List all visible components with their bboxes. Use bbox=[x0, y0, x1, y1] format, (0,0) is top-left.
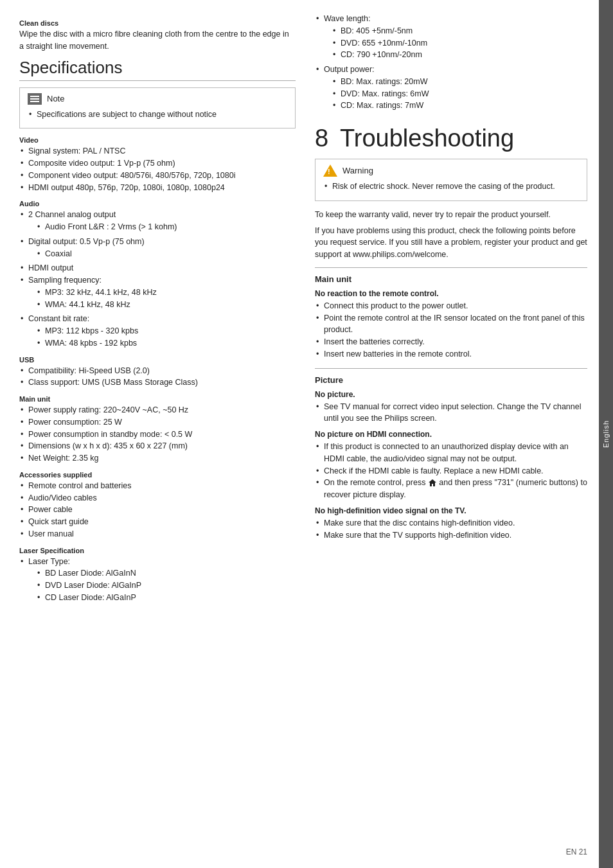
no-hd-list: Make sure that the disc contains high-de… bbox=[315, 517, 587, 542]
wave-length-sub: BD: 405 +5nm/-5nm bbox=[324, 25, 587, 37]
picture-ts-heading: Picture bbox=[315, 375, 587, 385]
wave-length-item: Wave length: BD: 405 +5nm/-5nm DVD: 655 … bbox=[315, 13, 587, 61]
no-hd-heading: No high-definition video signal on the T… bbox=[315, 506, 587, 515]
wave-length-list: Wave length: BD: 405 +5nm/-5nm DVD: 655 … bbox=[315, 13, 587, 112]
warning-header: Warning bbox=[323, 164, 579, 177]
video-heading: Video bbox=[19, 136, 296, 144]
audio-list: 2 Channel analog output Audio Front L&R … bbox=[19, 209, 296, 349]
clean-discs-section: Clean discs Wipe the disc with a micro f… bbox=[19, 19, 296, 53]
divider bbox=[315, 267, 587, 268]
audio-sub-item: Coaxial bbox=[28, 248, 296, 260]
accessories-item: Power cable bbox=[19, 504, 296, 516]
side-tab-label: English bbox=[602, 420, 610, 448]
usb-item: Compatibility: Hi-Speed USB (2.0) bbox=[19, 365, 296, 377]
audio-sub-item: MP3: 32 kHz, 44.1 kHz, 48 kHz bbox=[28, 287, 296, 299]
page-number: EN 21 bbox=[566, 847, 587, 856]
no-hd-item: Make sure that the disc contains high-de… bbox=[315, 517, 587, 529]
note-list: Specifications are subject to change wit… bbox=[28, 109, 287, 121]
picture-troubleshoot: Picture No picture. See TV manual for co… bbox=[315, 375, 587, 542]
no-reaction-list: Connect this product to the power outlet… bbox=[315, 300, 587, 360]
no-hdmi-heading: No picture on HDMI connection. bbox=[315, 430, 587, 439]
main-unit-troubleshoot: Main unit No reaction to the remote cont… bbox=[315, 274, 587, 360]
main-unit-list: Power supply rating: 220~240V ~AC, ~50 H… bbox=[19, 404, 296, 465]
chapter-num: 8 bbox=[315, 125, 328, 152]
note-box: Note Specifications are subject to chang… bbox=[19, 87, 296, 129]
usb-item: Class support: UMS (USB Mass Storage Cla… bbox=[19, 376, 296, 389]
intro-text-2: If you have problems using this product,… bbox=[315, 225, 587, 261]
no-picture-item: See TV manual for correct video input se… bbox=[315, 401, 587, 425]
audio-sub-item: Audio Front L&R : 2 Vrms (> 1 kohm) bbox=[28, 221, 296, 233]
accessories-item: Remote control and batteries bbox=[19, 480, 296, 492]
note-item: Specifications are subject to change wit… bbox=[28, 109, 287, 121]
audio-item: Digital output: 0.5 Vp-p (75 ohm) Coaxia… bbox=[19, 236, 296, 260]
laser-heading: Laser Specification bbox=[19, 547, 296, 554]
accessories-item: Quick start guide bbox=[19, 516, 296, 528]
accessories-heading: Accessories supplied bbox=[19, 471, 296, 479]
side-tab: English bbox=[599, 0, 613, 868]
laser-sub-item: BD Laser Diode: AlGaInN bbox=[28, 567, 296, 580]
divider bbox=[315, 368, 587, 369]
no-hdmi-item: Check if the HDMI cable is faulty. Repla… bbox=[315, 465, 587, 477]
specifications-heading: Specifications bbox=[19, 58, 296, 81]
warning-item: Risk of electric shock. Never remove the… bbox=[323, 181, 579, 193]
warning-box: Warning Risk of electric shock. Never re… bbox=[315, 159, 587, 201]
audio-sub-item: WMA: 44.1 kHz, 48 kHz bbox=[28, 299, 296, 311]
no-hdmi-list: If this product is connected to an unaut… bbox=[315, 441, 587, 501]
no-hdmi-item: On the remote control, press and then pr… bbox=[315, 477, 587, 501]
clean-discs-heading: Clean discs bbox=[19, 19, 296, 27]
audio-item: HDMI output bbox=[19, 262, 296, 274]
main-unit-item: Power supply rating: 220~240V ~AC, ~50 H… bbox=[19, 404, 296, 416]
no-hdmi-item: If this product is connected to an unaut… bbox=[315, 441, 587, 465]
accessories-item: User manual bbox=[19, 528, 296, 540]
video-item: HDMI output 480p, 576p, 720p, 1080i, 108… bbox=[19, 182, 296, 194]
video-item: Component video output: 480/576i, 480/57… bbox=[19, 170, 296, 182]
usb-list: Compatibility: Hi-Speed USB (2.0) Class … bbox=[19, 365, 296, 389]
audio-sub-item: MP3: 112 kbps - 320 kpbs bbox=[28, 325, 296, 337]
right-column: Wave length: BD: 405 +5nm/-5nm DVD: 655 … bbox=[315, 13, 587, 855]
audio-item: Constant bit rate: MP3: 112 kbps - 320 k… bbox=[19, 313, 296, 349]
no-reaction-item: Point the remote control at the IR senso… bbox=[315, 312, 587, 337]
wave-length-sub: DVD: 655 +10nm/-10nm bbox=[324, 37, 587, 49]
note-icon-line3 bbox=[30, 101, 39, 102]
troubleshooting-section: 8 Troubleshooting Warning Risk of electr… bbox=[315, 125, 587, 541]
chapter-heading: 8 Troubleshooting bbox=[315, 125, 587, 152]
laser-list: Laser Type: BD Laser Diode: AlGaInN DVD … bbox=[19, 556, 296, 604]
note-icon-line1 bbox=[30, 96, 39, 97]
audio-heading: Audio bbox=[19, 200, 296, 208]
laser-item: Laser Type: BD Laser Diode: AlGaInN DVD … bbox=[19, 556, 296, 604]
usb-heading: USB bbox=[19, 356, 296, 364]
no-reaction-item: Connect this product to the power outlet… bbox=[315, 300, 587, 312]
note-icon-line2 bbox=[30, 98, 39, 100]
troubleshooting-title: Troubleshooting bbox=[340, 125, 514, 152]
no-picture-heading: No picture. bbox=[315, 390, 587, 399]
video-list: Signal system: PAL / NTSC Composite vide… bbox=[19, 145, 296, 193]
laser-sub-item: DVD Laser Diode: AlGaInP bbox=[28, 580, 296, 592]
no-hd-item: Make sure that the TV supports high-defi… bbox=[315, 529, 587, 542]
no-reaction-heading: No reaction to the remote control. bbox=[315, 289, 587, 298]
audio-item: Sampling frequency: MP3: 32 kHz, 44.1 kH… bbox=[19, 274, 296, 310]
no-reaction-item: Insert the batteries correctly. bbox=[315, 336, 587, 348]
clean-discs-body: Wipe the disc with a micro fibre cleanin… bbox=[19, 28, 296, 53]
output-power-sub: DVD: Max. ratings: 6mW bbox=[324, 88, 587, 100]
note-icon bbox=[28, 93, 42, 105]
main-unit-ts-heading: Main unit bbox=[315, 274, 587, 284]
note-header: Note bbox=[28, 93, 287, 105]
warning-icon bbox=[323, 164, 337, 177]
main-unit-heading: Main unit bbox=[19, 395, 296, 403]
accessories-list: Remote control and batteries Audio/Video… bbox=[19, 480, 296, 540]
video-item: Composite video output: 1 Vp-p (75 ohm) bbox=[19, 157, 296, 170]
audio-item: 2 Channel analog output Audio Front L&R … bbox=[19, 209, 296, 233]
left-column: Clean discs Wipe the disc with a micro f… bbox=[19, 13, 315, 855]
main-unit-item: Net Weight: 2.35 kg bbox=[19, 452, 296, 465]
video-item: Signal system: PAL / NTSC bbox=[19, 145, 296, 157]
intro-text-1: To keep the warranty valid, never try to… bbox=[315, 209, 587, 221]
accessories-item: Audio/Video cables bbox=[19, 492, 296, 504]
output-power-sub: BD: Max. ratings: 20mW bbox=[324, 76, 587, 88]
output-power-item: Output power: BD: Max. ratings: 20mW DVD… bbox=[315, 64, 587, 112]
no-picture-list: See TV manual for correct video input se… bbox=[315, 401, 587, 425]
warning-label: Warning bbox=[342, 166, 373, 175]
note-label: Note bbox=[47, 94, 64, 103]
audio-sub-item: WMA: 48 kpbs - 192 kpbs bbox=[28, 337, 296, 350]
no-reaction-item: Insert new batteries in the remote contr… bbox=[315, 348, 587, 360]
warning-list: Risk of electric shock. Never remove the… bbox=[323, 181, 579, 193]
